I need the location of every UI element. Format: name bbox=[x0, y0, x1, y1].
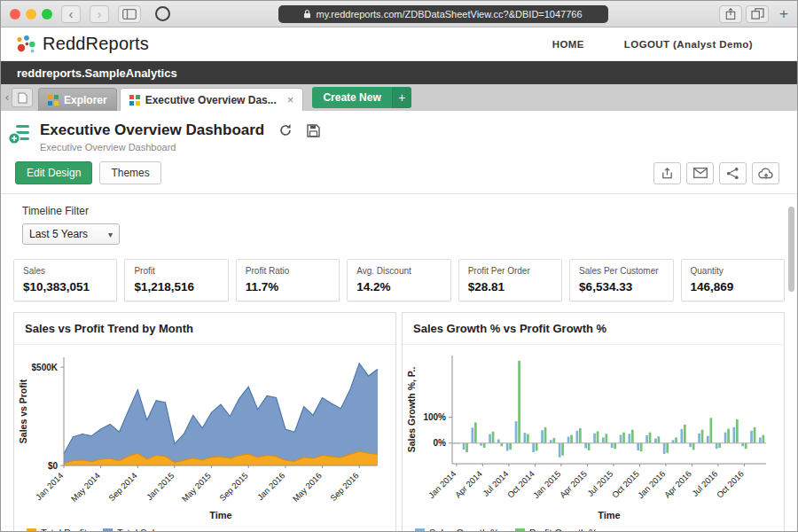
svg-text:Sep 2014: Sep 2014 bbox=[106, 471, 139, 504]
svg-text:$500K: $500K bbox=[32, 363, 59, 372]
kpi-card[interactable]: Quantity 146,869 bbox=[681, 259, 785, 301]
report-list-button[interactable] bbox=[12, 88, 33, 107]
refresh-icon[interactable] bbox=[278, 123, 293, 137]
svg-text:May 2014: May 2014 bbox=[69, 471, 102, 504]
svg-text:Time: Time bbox=[598, 510, 620, 520]
nav-logout[interactable]: LOGOUT (Analyst Demo) bbox=[624, 39, 753, 50]
edit-design-button[interactable]: Edit Design bbox=[15, 161, 92, 184]
kpi-card[interactable]: Sales Per Customer $6,534.33 bbox=[569, 259, 673, 301]
svg-text:Apr 2016: Apr 2016 bbox=[662, 469, 693, 500]
tab-executive-overview[interactable]: Executive Overview Das... × bbox=[120, 88, 304, 111]
zoom-window-button[interactable] bbox=[42, 9, 52, 20]
email-button[interactable] bbox=[686, 162, 714, 184]
kpi-card[interactable]: Sales $10,383,051 bbox=[13, 259, 117, 301]
new-tab-button[interactable]: + bbox=[779, 6, 788, 21]
publish-button[interactable] bbox=[752, 162, 779, 184]
document-icon bbox=[18, 92, 27, 104]
browser-window: ‹ › my.reddreports.com/ZDBDataSheetView.… bbox=[0, 0, 798, 532]
svg-text:May 2015: May 2015 bbox=[180, 471, 213, 504]
svg-text:Jan 2014: Jan 2014 bbox=[426, 469, 458, 500]
svg-text:Apr 2015: Apr 2015 bbox=[558, 469, 589, 500]
dashboard-menu-icon[interactable] bbox=[8, 121, 31, 145]
export-icon bbox=[661, 167, 674, 180]
create-new-group: Create New + bbox=[312, 87, 411, 108]
svg-text:100%: 100% bbox=[423, 412, 446, 422]
kpi-value: 14.2% bbox=[356, 280, 441, 293]
tab-explorer[interactable]: Explorer bbox=[38, 88, 117, 111]
kpi-row: Sales $10,383,051 Profit $1,218,516 Prof… bbox=[1, 257, 797, 301]
sales-profit-trend-chart[interactable]: $0$500KJan 2014May 2014Sep 2014Jan 2015M… bbox=[16, 348, 388, 522]
svg-text:Oct 2016: Oct 2016 bbox=[715, 469, 746, 500]
export-icon-group bbox=[653, 162, 779, 184]
create-new-button[interactable]: Create New bbox=[312, 87, 391, 108]
save-icon[interactable] bbox=[307, 124, 320, 137]
sidebar-icon bbox=[122, 9, 137, 20]
reddreports-logo-icon bbox=[15, 34, 36, 55]
kpi-value: $10,383,051 bbox=[23, 280, 107, 293]
back-button[interactable]: ‹ bbox=[61, 5, 81, 23]
kpi-card[interactable]: Avg. Discount 14.2% bbox=[347, 259, 450, 301]
chart-legend: Sales Growth %Profit Growth % bbox=[403, 526, 784, 532]
legend-swatch bbox=[415, 528, 425, 532]
svg-text:Jan 2016: Jan 2016 bbox=[636, 469, 667, 500]
share-button[interactable] bbox=[719, 162, 747, 184]
kpi-label: Quantity bbox=[691, 266, 775, 276]
url-text: my.reddreports.com/ZDBDataSheetView.cc?&… bbox=[316, 9, 582, 20]
close-tab-icon[interactable]: × bbox=[287, 93, 294, 106]
svg-text:Sales Growth %, P..: Sales Growth %, P.. bbox=[406, 367, 417, 453]
app-nav: HOME LOGOUT (Analyst Demo) bbox=[552, 39, 753, 50]
svg-text:$0: $0 bbox=[48, 461, 59, 471]
growth-comparison-chart[interactable]: 0%100%Jan 2014Apr 2014Jul 2014Oct 2014Ja… bbox=[404, 348, 777, 522]
legend-swatch bbox=[27, 528, 36, 532]
workspace-bar: reddreports.SampleAnalytics bbox=[1, 61, 797, 84]
themes-button[interactable]: Themes bbox=[99, 161, 160, 184]
kpi-card[interactable]: Profit Ratio 11.7% bbox=[236, 259, 340, 301]
collapse-panel-icon[interactable]: ‹ bbox=[3, 91, 12, 104]
timeline-filter-dropdown[interactable]: Last 5 Years ▾ bbox=[22, 223, 120, 245]
sales-profit-trend-panel: Sales vs Profit Trend by Month $0$500KJa… bbox=[13, 312, 396, 532]
share-network-icon bbox=[726, 167, 739, 180]
legend-item: Total Sales bbox=[103, 528, 165, 532]
kpi-value: $28.81 bbox=[468, 280, 552, 293]
grid-icon bbox=[48, 95, 59, 106]
close-window-button[interactable] bbox=[10, 9, 20, 20]
svg-text:Sales vs Profit: Sales vs Profit bbox=[18, 379, 28, 443]
forward-button[interactable]: › bbox=[90, 5, 109, 23]
kpi-card[interactable]: Profit $1,218,516 bbox=[124, 259, 228, 301]
sidebar-toggle-button[interactable] bbox=[118, 5, 141, 23]
kpi-label: Profit Per Order bbox=[468, 266, 552, 276]
kpi-label: Profit Ratio bbox=[246, 266, 330, 276]
browser-chrome: ‹ › my.reddreports.com/ZDBDataSheetView.… bbox=[1, 1, 797, 27]
minimize-window-button[interactable] bbox=[26, 9, 36, 20]
kpi-label: Sales Per Customer bbox=[579, 266, 663, 276]
tab-explorer-label: Explorer bbox=[64, 94, 107, 106]
create-new-plus-button[interactable]: + bbox=[392, 87, 411, 108]
kpi-label: Sales bbox=[23, 266, 107, 276]
export-button[interactable] bbox=[653, 162, 681, 184]
chart-legend: Total ProfitTotal Sales bbox=[14, 526, 395, 532]
tab-strip: ‹ Explorer Executive Overview Das... × C… bbox=[1, 84, 797, 111]
envelope-icon bbox=[693, 168, 708, 178]
actions-bar: Edit Design Themes bbox=[1, 156, 797, 194]
legend-item: Profit Growth % bbox=[515, 528, 598, 532]
kpi-value: 146,869 bbox=[691, 280, 775, 293]
tab-overview-button[interactable] bbox=[746, 5, 769, 23]
grid-icon bbox=[129, 95, 140, 106]
svg-text:Jan 2016: Jan 2016 bbox=[255, 471, 286, 502]
share-page-button[interactable] bbox=[719, 5, 742, 23]
legend-item: Total Profit bbox=[27, 528, 87, 532]
timeline-filter-value: Last 5 Years bbox=[29, 228, 88, 240]
dashboard-header: Executive Overview Dashboard Executive O… bbox=[1, 111, 797, 156]
svg-text:Oct 2015: Oct 2015 bbox=[610, 469, 641, 500]
svg-text:Time: Time bbox=[209, 510, 231, 520]
lock-icon bbox=[303, 9, 311, 19]
svg-text:Jan 2015: Jan 2015 bbox=[145, 471, 176, 502]
brand-name: ReddReports bbox=[43, 34, 149, 54]
legend-item: Sales Growth % bbox=[415, 528, 499, 532]
address-bar[interactable]: my.reddreports.com/ZDBDataSheetView.cc?&… bbox=[278, 5, 608, 23]
workspace-title: reddreports.SampleAnalytics bbox=[17, 66, 177, 80]
kpi-card[interactable]: Profit Per Order $28.81 bbox=[458, 259, 562, 301]
chrome-right-controls: + bbox=[716, 5, 788, 23]
nav-home[interactable]: HOME bbox=[552, 39, 584, 50]
vertical-scrollbar[interactable] bbox=[788, 207, 794, 292]
